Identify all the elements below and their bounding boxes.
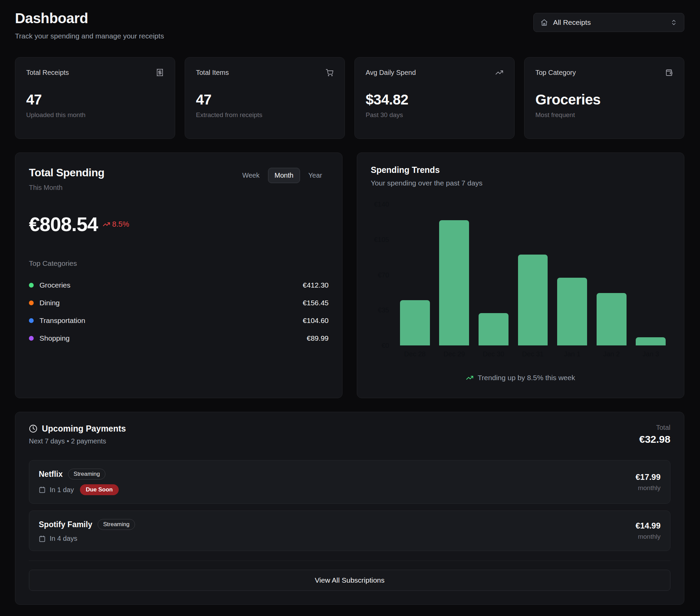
total-spending-period: This Month (29, 184, 104, 192)
stat-value: $34.82 (366, 91, 503, 108)
category-amount: €156.45 (303, 299, 328, 307)
page-header: Dashboard Track your spending and manage… (15, 10, 684, 40)
category-dot (29, 283, 34, 287)
page-subtitle: Track your spending and manage your rece… (15, 32, 164, 40)
stat-value: 47 (26, 91, 164, 108)
receipts-filter-dropdown[interactable]: All Receipts (533, 13, 684, 32)
stat-title: Avg Daily Spend (366, 69, 416, 77)
chart-subtitle: Your spending over the past 7 days (371, 179, 671, 187)
x-tick-label: Jan 3 (631, 350, 671, 358)
bar-chart: €0€35€70€105€140 (371, 204, 671, 345)
stat-card-total-items: Total Items 47 Extracted from receipts (185, 57, 345, 139)
stat-card-avg-daily-spend: Avg Daily Spend $34.82 Past 30 days (354, 57, 515, 139)
chart-bar[interactable] (439, 220, 469, 345)
total-spending-card: Total Spending This Month Week Month Yea… (15, 152, 342, 398)
category-name: Shopping (39, 334, 70, 342)
payment-row-netflix[interactable]: Netflix Streaming In 1 day Due Soon €17.… (29, 460, 671, 504)
chevrons-up-down-icon (671, 19, 677, 26)
tab-week[interactable]: Week (236, 168, 266, 183)
trend-up-icon (103, 221, 110, 228)
chart-footer-text: Trending up by 8.5% this week (477, 374, 575, 382)
due-soon-badge: Due Soon (80, 484, 118, 495)
trending-up-icon (466, 374, 474, 382)
upcoming-total: Total €32.98 (639, 424, 671, 445)
chart-y-axis: €0€35€70€105€140 (371, 204, 395, 345)
period-tabs: Week Month Year (236, 168, 328, 183)
x-tick-label: Jan 2 (592, 350, 631, 358)
upcoming-title: Upcoming Payments (42, 424, 126, 434)
upcoming-heading: Upcoming Payments Next 7 days • 2 paymen… (29, 424, 126, 445)
category-amount: €412.30 (303, 281, 328, 289)
chart-bar[interactable] (636, 337, 666, 345)
spending-amount: €808.54 (29, 213, 98, 235)
change-indicator: 8.5% (103, 220, 129, 229)
chart-bar-slot (592, 204, 631, 345)
stat-card-total-receipts: Total Receipts 47 Uploaded this month (15, 57, 175, 139)
category-dot (29, 318, 34, 323)
category-amount: €89.99 (307, 334, 328, 342)
x-tick-label: Jan 1 (552, 350, 592, 358)
y-tick-label: €0 (382, 342, 389, 349)
category-row: Groceries €412.30 (29, 276, 328, 294)
chart-x-axis: Dec 28Dec 29Dec 30Dec 31Jan 1Jan 2Jan 3 (395, 350, 671, 358)
payment-amount: €17.99 (636, 472, 661, 482)
payment-cycle: monthly (636, 533, 661, 540)
change-value: 8.5% (112, 220, 129, 229)
x-tick-label: Dec 29 (435, 350, 474, 358)
divider (29, 560, 671, 561)
category-list: Groceries €412.30 Dining €156.45 Transpo… (29, 276, 328, 347)
chart-bar[interactable] (597, 293, 626, 345)
stat-subtitle: Past 30 days (366, 111, 503, 119)
stat-value: Groceries (535, 91, 673, 108)
chart-bar[interactable] (518, 255, 548, 345)
payment-name: Spotify Family (39, 520, 92, 529)
category-name: Transportation (39, 317, 85, 325)
tab-year[interactable]: Year (302, 168, 328, 183)
page-heading: Dashboard Track your spending and manage… (15, 10, 164, 40)
x-tick-label: Dec 30 (474, 350, 513, 358)
x-tick-label: Dec 31 (513, 350, 553, 358)
payment-cycle: monthly (636, 484, 661, 492)
y-tick-label: €70 (378, 271, 389, 279)
chart-bar[interactable] (557, 278, 587, 345)
upcoming-payments-card: Upcoming Payments Next 7 days • 2 paymen… (15, 412, 684, 605)
stat-title: Total Items (196, 69, 229, 77)
wallet-icon (665, 69, 673, 77)
chart-title: Spending Trends (371, 165, 671, 175)
payment-amount: €14.99 (636, 521, 661, 531)
payment-row-spotify[interactable]: Spotify Family Streaming In 4 days €14.9… (29, 510, 671, 551)
tab-month[interactable]: Month (268, 168, 300, 183)
chart-bar[interactable] (400, 300, 430, 345)
stat-title: Top Category (535, 69, 576, 77)
calendar-icon (39, 486, 46, 493)
upcoming-subtitle: Next 7 days • 2 payments (29, 437, 126, 445)
total-label: Total (639, 424, 671, 432)
category-badge: Streaming (68, 469, 105, 480)
due-text: In 1 day (50, 486, 74, 494)
chart-bar-slot (631, 204, 671, 345)
calendar-icon (39, 535, 46, 542)
due-text: In 4 days (50, 535, 77, 542)
chart-bar[interactable] (478, 313, 509, 345)
chart-plot-area (395, 204, 671, 345)
category-amount: €104.60 (303, 317, 328, 325)
clock-icon (29, 424, 37, 433)
view-all-subscriptions-button[interactable]: View All Subscriptions (29, 570, 671, 591)
payments-list: Netflix Streaming In 1 day Due Soon €17.… (29, 460, 671, 551)
spending-trends-card: Spending Trends Your spending over the p… (357, 152, 684, 398)
trending-up-icon (495, 69, 503, 77)
y-tick-label: €105 (374, 235, 389, 243)
category-row: Shopping €89.99 (29, 330, 328, 347)
top-categories-label: Top Categories (29, 259, 328, 268)
category-dot (29, 300, 34, 305)
chart-bar-slot (395, 204, 435, 345)
category-dot (29, 336, 34, 341)
stat-card-top-category: Top Category Groceries Most frequent (524, 57, 684, 139)
stat-subtitle: Extracted from receipts (196, 111, 334, 119)
payment-name: Netflix (39, 470, 63, 479)
chart-bar-slot (513, 204, 553, 345)
category-name: Dining (39, 299, 60, 307)
total-spending-title: Total Spending (29, 167, 104, 179)
x-tick-label: Dec 28 (395, 350, 435, 358)
y-tick-label: €140 (374, 200, 389, 208)
